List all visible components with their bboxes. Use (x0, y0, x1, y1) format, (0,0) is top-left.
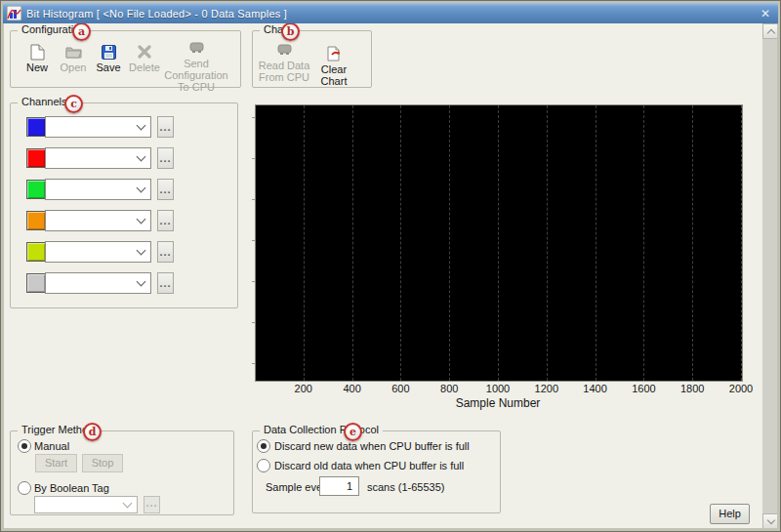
chart-gridline (547, 105, 548, 381)
x-axis-tick-label: 400 (343, 383, 360, 394)
chart-gridline (352, 105, 353, 381)
channels-group-label: Channels (18, 96, 70, 107)
chevron-down-icon (137, 152, 146, 162)
manual-radio[interactable] (18, 439, 31, 453)
chevron-up-icon (766, 28, 774, 36)
channel-row: ... (0, 210, 238, 231)
channel-color-swatch[interactable] (26, 117, 46, 137)
delete-button[interactable]: Delete (127, 43, 162, 73)
channel-browse-button[interactable]: ... (157, 147, 174, 169)
vertical-scrollbar[interactable] (762, 23, 779, 529)
chevron-down-icon (123, 499, 133, 509)
discard-old-data-radio[interactable] (257, 459, 270, 472)
y-axis-minor-tick (252, 158, 255, 159)
x-axis-tick-label: 600 (391, 383, 409, 394)
x-axis-tick-label: 1200 (535, 383, 558, 394)
channel-browse-button[interactable]: ... (157, 116, 174, 138)
chart-gridline (498, 105, 499, 381)
channel-color-swatch[interactable] (26, 148, 46, 168)
chart-gridline (449, 105, 450, 381)
channel-browse-button[interactable]: ... (157, 210, 174, 231)
start-button[interactable]: Start (35, 454, 77, 472)
send-to-cpu-icon (160, 39, 232, 57)
by-boolean-tag-radio[interactable] (18, 481, 31, 495)
close-icon[interactable]: ✕ (757, 6, 774, 20)
annotation-b: b (281, 22, 300, 41)
y-axis-minor-tick (252, 117, 255, 118)
chevron-down-icon (137, 184, 146, 193)
boolean-tag-browse-button[interactable]: ... (144, 496, 160, 513)
channel-tag-combobox[interactable] (45, 116, 151, 138)
channel-row: ... (0, 116, 238, 138)
channel-color-swatch[interactable] (26, 242, 46, 262)
discard-new-data-radio-label: Discard new data when CPU buffer is full (274, 440, 470, 452)
send-configuration-to-cpu-button[interactable]: Send Configuration To CPU (160, 39, 232, 93)
new-document-icon (20, 43, 55, 61)
open-button[interactable]: Open (56, 43, 91, 73)
chevron-down-icon (137, 277, 146, 287)
x-axis-tick-label: 1400 (583, 383, 606, 394)
chevron-down-icon (137, 246, 146, 256)
window-title: Bit Histogram [ <No File Loaded> - 0 Dat… (26, 8, 757, 20)
channel-color-swatch[interactable] (26, 211, 46, 230)
scroll-down-button[interactable] (762, 513, 779, 529)
y-axis-minor-tick (252, 322, 255, 323)
open-folder-icon (56, 43, 91, 61)
y-axis-minor-tick (252, 363, 255, 364)
x-axis-title: Sample Number (255, 396, 741, 410)
chart-gridline (692, 105, 693, 381)
annotation-c: c (64, 95, 83, 113)
x-axis-tick-label: 800 (440, 383, 458, 394)
clear-chart-button[interactable]: Clear Chart (307, 45, 361, 87)
chevron-down-icon (137, 121, 146, 131)
channel-browse-button[interactable]: ... (157, 272, 174, 294)
by-boolean-tag-radio-label: By Boolean Tag (34, 482, 109, 494)
channel-row: ... (0, 179, 238, 200)
channel-browse-button[interactable]: ... (157, 179, 174, 200)
y-axis-minor-tick (252, 240, 255, 241)
clear-chart-icon (307, 45, 361, 62)
x-axis-tick-label: 1600 (632, 383, 655, 394)
sample-scans-input[interactable] (319, 476, 359, 496)
channel-tag-combobox[interactable] (45, 241, 151, 263)
boolean-tag-combobox[interactable] (34, 496, 138, 513)
discard-old-data-radio-label: Discard old data when CPU buffer is full (274, 460, 464, 471)
stop-button[interactable]: Stop (82, 454, 123, 472)
discard-new-data-radio[interactable] (257, 439, 270, 453)
read-from-cpu-icon (256, 41, 312, 59)
chevron-down-icon (766, 516, 774, 524)
scroll-up-button[interactable] (762, 23, 779, 39)
chevron-down-icon (137, 215, 146, 225)
chart-gridline (400, 105, 401, 381)
app-histogram-icon (7, 6, 21, 20)
channel-color-swatch[interactable] (26, 180, 46, 199)
annotation-d: d (83, 423, 102, 441)
chart-gridline (643, 105, 644, 381)
x-axis-tick-label: 1000 (486, 383, 510, 394)
x-axis-tick-label: 2000 (729, 383, 753, 394)
delete-x-icon (127, 43, 162, 61)
scans-range-label: scans (1-65535) (367, 481, 445, 493)
title-bar[interactable]: Bit Histogram [ <No File Loaded> - 0 Dat… (3, 3, 778, 23)
save-floppy-icon (91, 43, 126, 61)
chart-plot-area[interactable] (255, 104, 743, 382)
annotation-a: a (72, 22, 91, 41)
y-axis-minor-tick (252, 281, 255, 282)
channel-color-swatch[interactable] (26, 273, 46, 293)
channel-row: ... (0, 147, 238, 169)
new-button[interactable]: New (20, 43, 55, 73)
read-data-from-cpu-button[interactable]: Read Data From CPU (256, 41, 312, 83)
manual-radio-label: Manual (34, 440, 69, 452)
annotation-e: e (344, 423, 362, 441)
chart-gridline (304, 105, 305, 381)
channel-tag-combobox[interactable] (45, 179, 151, 200)
channel-tag-combobox[interactable] (45, 147, 151, 169)
help-button[interactable]: Help (710, 504, 750, 524)
save-button[interactable]: Save (91, 43, 126, 73)
channel-row: ... (0, 241, 238, 263)
channel-tag-combobox[interactable] (45, 272, 151, 294)
channel-tag-combobox[interactable] (45, 210, 151, 231)
channel-browse-button[interactable]: ... (157, 241, 174, 263)
y-axis-minor-tick (252, 199, 255, 200)
x-axis-tick-label: 1800 (680, 383, 704, 394)
